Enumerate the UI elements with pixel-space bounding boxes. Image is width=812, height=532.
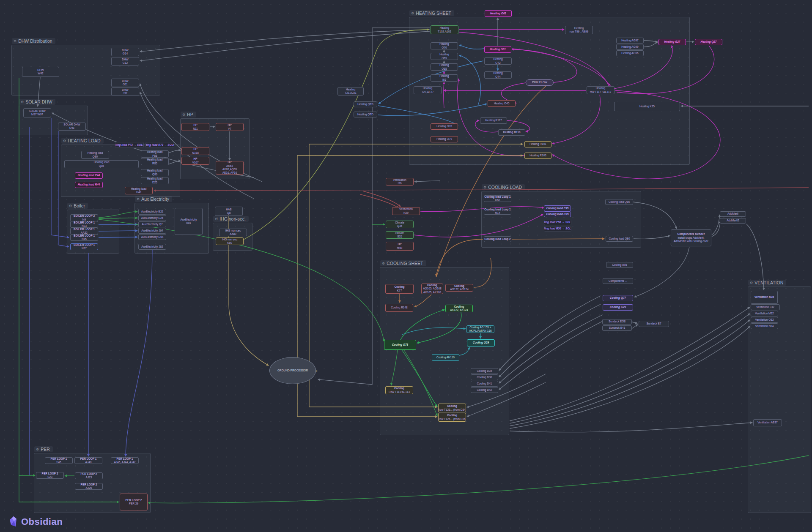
canvas-node-per-loop-1-aj48[interactable]: PER LOOP 1AJ48	[74, 457, 102, 464]
group-ihg-non-sec[interactable]: ⚙IHG non-sec.	[213, 223, 252, 251]
canvas-node-auxelectricity-j62[interactable]: AuxElectricity J62	[138, 244, 166, 250]
canvas-node-cooling-d42[interactable]: Cooling D42	[471, 387, 498, 393]
canvas-node-ventilation-o32[interactable]: Ventilation O32	[751, 317, 778, 323]
canvas-node-heating-t21-aj21[interactable]: HeatingT21,AJ21	[337, 87, 364, 95]
canvas-node-ventilation-n34[interactable]: Ventilation N34	[751, 323, 778, 329]
canvas-node-boiler-loop-2-n9[interactable]: BOILER LOOP 2N9	[70, 214, 98, 221]
group-label[interactable]: ⚙HP	[181, 112, 196, 117]
canvas-node-heating-o79[interactable]: Heating O79	[431, 136, 458, 142]
canvas-node-cooling-k77[interactable]: CoolingK77	[385, 284, 414, 294]
canvas-node-addmerti[interactable]: AddMerti	[720, 211, 746, 217]
canvas-node-ventilation-l32[interactable]: Ventilation L32	[751, 304, 780, 310]
canvas-node-cooling-load-loop-2[interactable]: Cooling load Loop 2	[484, 236, 511, 242]
canvas-node-heating-ag97[interactable]: Heating AG97	[616, 38, 644, 44]
canvas-node-dhw-w42[interactable]: DHWW42	[22, 67, 59, 77]
canvas-node-verification-n29[interactable]: VerificationN29	[392, 207, 420, 215]
canvas-node-heating-g27[interactable]: Heating G27	[658, 39, 686, 45]
canvas-node-cooling-row-t125-from-d34[interactable]: CoolingRow T125... (from D34)	[438, 404, 466, 412]
canvas-node-hp-ak63-ak65-aq65-ae16-af16[interactable]: HPAK63AK65,AQ65AE16, AF16	[216, 161, 244, 175]
canvas-node-heating-load-p85[interactable]: Heating loadP85	[141, 150, 169, 158]
group-label[interactable]: ⚙HEATING LOAD	[61, 138, 104, 144]
group-label[interactable]: ⚙HEATING SHEET	[409, 10, 454, 16]
canvas-node-heating-o69[interactable]: HeatingO69	[431, 53, 458, 60]
canvas-node-heating-qtd[interactable]: Heating QTD	[354, 112, 377, 117]
group-label[interactable]: ⚙VENTILATION	[748, 280, 786, 286]
canvas-node-auxelectricity-q7[interactable]: AuxElectricity Q7	[138, 221, 166, 227]
canvas-node-heating-load-q86[interactable]: Heating loadQ86	[64, 160, 139, 168]
canvas-node-cooling-q77[interactable]: Cooling Q77	[603, 295, 633, 301]
group-label[interactable]: ⚙COOLING LOAD	[482, 184, 525, 190]
canvas-node-heating-t102-a102[interactable]: HeatingT102:A102	[431, 25, 458, 34]
canvas-node-cooling-load-loop-1-m14[interactable]: Cooling load Loop 1M14	[484, 208, 511, 215]
group-label[interactable]: ⚙Boiler	[67, 203, 88, 209]
canvas-node-heating-load-p73-solved[interactable]: Heating load P73 → SOLVED	[115, 142, 144, 148]
canvas-node-addmerti2[interactable]: AddMerti2	[720, 218, 746, 224]
canvas-node-ground-processor[interactable]: GROUND PROCESSOR	[269, 357, 316, 384]
canvas-node-heating-q27[interactable]: Heating Q27	[695, 39, 722, 45]
canvas-node-cooling-ag-155-ak-al-am-an-156[interactable]: Cooling AG 155 +AK/AL/AM/AN 156	[466, 325, 494, 333]
canvas-node-heating-row-t117-ae117[interactable]: Heatingrow T117 : AE117	[587, 86, 614, 94]
canvas-node-cooling-ah110[interactable]: Cooling AH110	[432, 354, 459, 361]
canvas-node-cooling-r148[interactable]: Cooling R148	[385, 304, 413, 312]
canvas-node-cooling-d41[interactable]: Cooling D41	[471, 381, 498, 387]
canvas-node-boiler-loop-1-n33[interactable]: BOILER LOOP 1N33	[70, 221, 98, 228]
canvas-node-heating-ag96[interactable]: Heating AG96	[616, 50, 644, 56]
canvas-node-per-loop-1-s45[interactable]: PER LOOP 1S45	[45, 457, 73, 464]
canvas-node-hp-v7[interactable]: HPV7	[216, 123, 244, 131]
canvas-node-cooling-load-q80[interactable]: Cooling load Q80	[606, 236, 633, 242]
canvas-node-auxelectricity-d64[interactable]: AuxElectricity D64	[138, 234, 166, 240]
canvas-node-cooling-d36[interactable]: Cooling D36	[471, 374, 498, 380]
canvas-node-heating-load-r85[interactable]: Heating loadR85	[141, 158, 169, 165]
canvas-node-sundeck-eo8[interactable]: Sundeck EO8	[602, 319, 632, 325]
canvas-node-heating-o78[interactable]: Heating O78	[431, 123, 458, 130]
canvas-node-auxelectricity-r81[interactable]: AuxElectricityR81	[175, 208, 203, 235]
canvas-node-heating-r118[interactable]: Heating R118	[498, 129, 525, 136]
canvas-node-sundeck-b41[interactable]: Sundeck B41	[602, 325, 632, 331]
canvas-node-per-loop-2-s23[interactable]: PER LOOP 2S23	[36, 472, 64, 479]
canvas-node-cooling-o73[interactable]: Cooling O73	[384, 340, 416, 350]
canvas-node-components-blender-install-loops-addmerti-addmerti3-with-cooling-code[interactable]: Components blenderinstall loops AddMerti…	[671, 229, 711, 246]
canvas-node-cooling-load-p56-solved[interactable]: Cooling load P56 → SOLVED	[544, 220, 571, 225]
canvas-node-dhw-g11[interactable]: DHWG11	[111, 79, 139, 87]
canvas-node-heating-r117[interactable]: Heating R117	[480, 117, 507, 124]
canvas-node-cooling-o29[interactable]: Cooling O29	[467, 339, 495, 346]
group-label[interactable]: ⚙Aux Electricity	[135, 196, 172, 202]
canvas-node-sundeck-e7[interactable]: Sundeck E7	[639, 321, 669, 327]
group-label[interactable]: ⚙COOLING SHEET	[380, 260, 426, 266]
canvas-node-ventilation-hub[interactable]: Ventilation hub	[751, 291, 778, 304]
canvas-node-boiler-loop-1-n15[interactable]: BOILER LOOP 1N15	[70, 234, 98, 241]
canvas-node-heating-load-r73-solved[interactable]: Heating load R73 → SOLVED	[145, 142, 174, 148]
canvas-node-heating-load-h48[interactable]: Heating loadH48	[125, 187, 153, 194]
canvas-node-per-loop-2-aj26[interactable]: PER LOOP 2AJ26	[75, 483, 103, 490]
canvas-node-cooling-row-t113-ae113[interactable]: CoolingRow T113:AE113	[385, 386, 413, 394]
canvas-node-solar-dhw-n34[interactable]: SOLAR DHWN34	[58, 123, 86, 131]
canvas-node-dhw-g12[interactable]: DHWG12	[111, 57, 139, 65]
canvas-node-ihg-non-sec-k80[interactable]: IHG non-secK80	[216, 237, 244, 245]
canvas-node-cooling-ak122-ak124[interactable]: CoolingAK122, AK124	[445, 305, 473, 312]
canvas-node-heating-load-p44[interactable]: Heating load P44	[75, 172, 103, 179]
canvas-node-ihg-non-sec-aa80[interactable]: IHG non-secAA80	[219, 229, 247, 236]
canvas-node-dhw-g14[interactable]: DHWG14	[111, 48, 139, 56]
canvas-node-cooling-row-t126-from-d36[interactable]: CoolingRow T126... (from D36)	[438, 413, 466, 422]
group-label[interactable]: ⚙SOLAR DHW	[19, 99, 55, 105]
canvas-node-heating-o72[interactable]: HeatingO72	[484, 57, 512, 65]
canvas-node-heating-i65[interactable]: HeatingI65	[431, 74, 458, 82]
canvas-node-per-loop-2-per-29[interactable]: PER LOOP 2PER 29	[120, 494, 148, 510]
canvas-node-cooling-load-r35[interactable]: Cooling load R35	[544, 211, 571, 217]
canvas-node-climate-q35[interactable]: ClimateQ35	[386, 221, 414, 228]
canvas-node-boiler-loop-1-aa32[interactable]: BOILER LOOP 1AA32	[70, 228, 98, 235]
canvas-node-ventilation-ae87[interactable]: Ventilation AE87	[753, 419, 782, 426]
canvas-node-heating-o61[interactable]: Heating O61	[484, 46, 511, 53]
canvas-node-heating-load-d25[interactable]: Heating loadD25	[141, 177, 169, 184]
canvas-node-heating-qtb[interactable]: Heating QTB	[354, 101, 377, 107]
canvas-node-heating-r101[interactable]: Heating R101	[524, 141, 551, 147]
canvas-node-verification-i36[interactable]: VerificationI36	[386, 178, 414, 186]
canvas-node-heating-k35[interactable]: Heating K35	[614, 102, 680, 111]
canvas-node-boiler-loop-1-n27[interactable]: BOILER LOOP 1N27	[70, 243, 98, 250]
canvas-node-heating-o74[interactable]: HeatingO74	[484, 71, 512, 79]
canvas-node-cooling-load-r56-solved[interactable]: Cooling load R56 → SOLVED	[544, 226, 571, 232]
canvas-node-hp-n168[interactable]: HPN168	[181, 147, 209, 155]
canvas-node-ventilation-m32[interactable]: Ventilation M32	[751, 311, 778, 316]
canvas-node-auxelectricity-e25[interactable]: AuxElectricity E25	[138, 215, 166, 221]
canvas-node-cooling-g29[interactable]: Cooling G29	[603, 304, 633, 311]
